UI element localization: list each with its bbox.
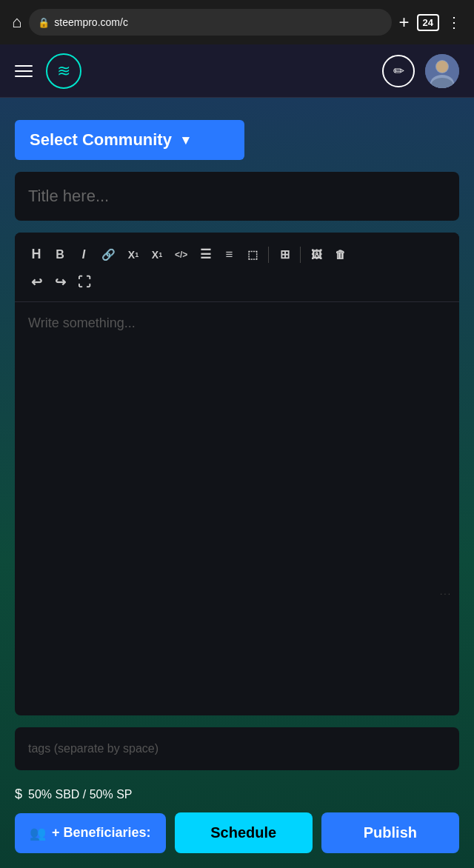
toolbar-divider-2 (300, 247, 301, 263)
publish-label: Publish (364, 824, 417, 841)
beneficiaries-label: + Beneficiaries: (52, 825, 151, 841)
toolbar-row-1: H B I 🔗 X1 X1 </> ☰ ≡ ⬚ ⊞ 🖼 🗑 (25, 243, 449, 266)
pencil-icon: ✏ (393, 63, 404, 79)
undo-button[interactable]: ↩ (25, 270, 47, 294)
dollar-icon: $ (15, 787, 22, 802)
tab-count-badge[interactable]: 24 (417, 14, 439, 31)
resize-handle[interactable]: ... (15, 584, 459, 600)
dropdown-arrow-icon: ▾ (182, 132, 189, 148)
align-right-button[interactable]: ⬚ (241, 244, 264, 265)
image-button[interactable]: 🖼 (305, 244, 327, 264)
schedule-label: Schedule (210, 824, 276, 841)
logo-waves-icon: ≋ (57, 61, 70, 81)
align-center-button[interactable]: ≡ (218, 244, 240, 266)
browser-bar: ⌂ 🔒 steempro.com/c + 24 ⋮ (0, 0, 474, 44)
select-community-label: Select Community (30, 130, 172, 150)
avatar[interactable] (425, 54, 459, 88)
fullscreen-button[interactable]: ⛶ (73, 271, 96, 294)
redo-button[interactable]: ↪ (49, 270, 71, 294)
address-bar[interactable]: 🔒 steempro.com/c (29, 9, 391, 36)
link-button[interactable]: 🔗 (96, 244, 121, 265)
tags-input[interactable] (15, 727, 459, 770)
heading-button[interactable]: H (25, 243, 47, 266)
lock-icon: 🔒 (38, 17, 50, 28)
app-header: ≋ ✏ (0, 44, 474, 98)
editor-toolbar: H B I 🔗 X1 X1 </> ☰ ≡ ⬚ ⊞ 🖼 🗑 ↩ ↪ ⛶ (15, 233, 459, 302)
editor-placeholder: Write something... (28, 316, 136, 330)
table-button[interactable]: ⊞ (273, 244, 296, 265)
bottom-bar: $ 50% SBD / 50% SP 👥 + Beneficiaries: Sc… (15, 787, 459, 853)
main-content: Select Community ▾ H B I 🔗 X1 X1 </> ☰ ≡… (0, 98, 474, 868)
more-options-icon[interactable]: ⋮ (447, 13, 462, 31)
editor-container: H B I 🔗 X1 X1 </> ☰ ≡ ⬚ ⊞ 🖼 🗑 ↩ ↪ ⛶ (15, 233, 459, 715)
toolbar-row-2: ↩ ↪ ⛶ (25, 270, 449, 301)
bullet-list-button[interactable]: ☰ (194, 243, 216, 266)
select-community-button[interactable]: Select Community ▾ (15, 120, 244, 160)
home-icon[interactable]: ⌂ (12, 13, 21, 32)
edit-button[interactable]: ✏ (382, 55, 415, 87)
beneficiaries-icon: 👥 (30, 825, 46, 841)
publish-button[interactable]: Publish (321, 812, 459, 853)
bold-button[interactable]: B (49, 244, 71, 265)
logo-circle: ≋ (46, 53, 81, 89)
superscript-button[interactable]: X1 (146, 245, 168, 264)
header-left: ≋ (15, 53, 81, 89)
italic-button[interactable]: I (73, 244, 95, 265)
svg-point-3 (436, 61, 448, 73)
schedule-button[interactable]: Schedule (175, 812, 313, 853)
reward-text: 50% SBD / 50% SP (28, 788, 133, 801)
beneficiaries-button[interactable]: 👥 + Beneficiaries: (15, 813, 166, 853)
toolbar-divider (268, 247, 269, 263)
code-button[interactable]: </> (170, 246, 193, 264)
subscript-button[interactable]: X1 (122, 245, 144, 264)
editor-body[interactable]: Write something... (15, 302, 459, 584)
title-input[interactable] (15, 172, 459, 221)
delete-button[interactable]: 🗑 (329, 244, 351, 264)
add-tab-button[interactable]: + (399, 12, 410, 33)
actions-row: 👥 + Beneficiaries: Schedule Publish (15, 812, 459, 853)
url-text: steempro.com/c (54, 16, 128, 28)
header-right: ✏ (382, 54, 459, 88)
reward-info: $ 50% SBD / 50% SP (15, 787, 459, 802)
hamburger-menu-icon[interactable] (15, 65, 33, 77)
